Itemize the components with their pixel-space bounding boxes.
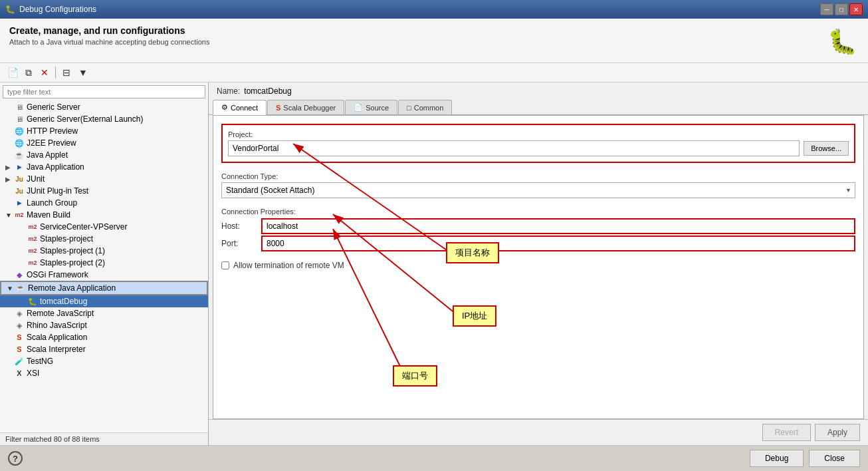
tree-item-junit[interactable]: ▶ Ju JUnit bbox=[0, 173, 208, 185]
checkbox-row: Allow termination of remote VM bbox=[221, 261, 855, 270]
tree-item-staples-2[interactable]: m2 Staples-project (2) bbox=[0, 257, 208, 269]
content-area: 🖥 Generic Server 🖥 Generic Server(Extern… bbox=[0, 82, 868, 445]
item-icon: S bbox=[15, 333, 24, 342]
footer-buttons: Debug Close bbox=[750, 450, 860, 467]
apply-button[interactable]: Apply bbox=[815, 424, 860, 441]
host-input[interactable] bbox=[261, 218, 855, 234]
tree-item-xsi[interactable]: X XSI bbox=[0, 367, 208, 379]
tree-item-launch-group[interactable]: ▶ Launch Group bbox=[0, 197, 208, 209]
filter-dropdown-button[interactable]: ▼ bbox=[75, 66, 91, 79]
close-button[interactable]: Close bbox=[809, 450, 860, 467]
tree-item-scala-interp[interactable]: S Scala Interpreter bbox=[0, 343, 208, 355]
tree-item-remote-java[interactable]: ▼ ☕ Remote Java Application bbox=[0, 281, 208, 295]
tree-item-rhino-js[interactable]: ◈ Rhino JavaScript bbox=[0, 319, 208, 331]
delete-config-button[interactable]: ✕ bbox=[37, 65, 52, 80]
expand-icon: ▼ bbox=[5, 212, 12, 219]
tree-item-label: JUnit Plug-in Test bbox=[27, 186, 88, 196]
tab-source[interactable]: 📄 Source bbox=[345, 100, 397, 114]
tab-scala-debugger[interactable]: S Scala Debugger bbox=[267, 100, 344, 114]
tree-item-label: Staples-project (1) bbox=[40, 246, 105, 255]
tree-item-maven-build[interactable]: ▼ m2 Maven Build bbox=[0, 209, 208, 221]
header-subtitle: Attach to a Java virtual machine accepti… bbox=[9, 38, 209, 46]
item-icon: 🖥 bbox=[15, 114, 24, 124]
item-icon: 🖥 bbox=[15, 102, 24, 112]
item-icon: ▶ bbox=[15, 198, 24, 208]
tree-item-junit-plugin[interactable]: Ju JUnit Plug-in Test bbox=[0, 185, 208, 197]
revert-button[interactable]: Revert bbox=[762, 424, 811, 441]
tree-item-remote-js[interactable]: ◈ Remote JavaScript bbox=[0, 307, 208, 319]
app-icon: 🐛 bbox=[5, 5, 15, 14]
tree-item-http-preview[interactable]: 🌐 HTTP Preview bbox=[0, 125, 208, 137]
item-icon: ◆ bbox=[15, 270, 24, 279]
tree-item-scala-app[interactable]: S Scala Application bbox=[0, 331, 208, 343]
tab-common[interactable]: □ Common bbox=[398, 100, 452, 114]
duplicate-config-button[interactable]: ⧉ bbox=[21, 65, 36, 80]
close-window-button[interactable]: ✕ bbox=[849, 3, 863, 15]
tree-item-label: TestNG bbox=[27, 357, 53, 366]
expand-icon: ▶ bbox=[5, 164, 12, 171]
config-content: Project: Browse... Connection Type: Stan… bbox=[213, 115, 864, 419]
item-icon: 🌐 bbox=[15, 138, 24, 148]
tab-scala-label: Scala Debugger bbox=[283, 104, 336, 112]
collapse-all-button[interactable]: ⊟ bbox=[59, 65, 74, 80]
help-button[interactable]: ? bbox=[8, 451, 23, 466]
new-config-button[interactable]: 📄 bbox=[5, 65, 20, 80]
tree-item-j2ee[interactable]: 🌐 J2EE Preview bbox=[0, 137, 208, 149]
tab-connect[interactable]: ⚙ Connect bbox=[213, 100, 267, 115]
window-title: Debug Configurations bbox=[19, 5, 96, 14]
allow-termination-checkbox[interactable] bbox=[221, 261, 229, 269]
tree-item-staples[interactable]: m2 Staples-project bbox=[0, 233, 208, 245]
project-label: Project: bbox=[228, 130, 849, 138]
tree-item-java-application[interactable]: ▶ ▶ Java Application bbox=[0, 161, 208, 173]
maximize-button[interactable]: □ bbox=[835, 3, 848, 15]
item-icon: 🐛 bbox=[28, 297, 37, 306]
tree-item-label: Scala Interpreter bbox=[27, 345, 86, 354]
connection-props-group: Connection Properties: Host: Port: bbox=[221, 208, 855, 251]
right-panel: Name: tomcatDebug ⚙ Connect S Scala Debu… bbox=[209, 82, 868, 445]
browse-button[interactable]: Browse... bbox=[804, 141, 849, 156]
title-bar-left: 🐛 Debug Configurations bbox=[5, 5, 96, 14]
annotation-ip-address-text: IP地址 bbox=[462, 311, 487, 321]
header-title: Create, manage, and run configurations bbox=[9, 25, 209, 36]
tree-item-label: JUnit bbox=[27, 174, 45, 184]
title-bar-controls: ─ □ ✕ bbox=[820, 3, 863, 15]
item-icon: ☕ bbox=[15, 150, 24, 160]
item-icon: m2 bbox=[15, 210, 24, 220]
item-icon: ☕ bbox=[16, 283, 25, 293]
item-icon: S bbox=[15, 345, 24, 354]
connection-type-select-wrapper: Standard (Socket Attach) Standard (Socke… bbox=[221, 182, 855, 198]
tree-item-label: tomcatDebug bbox=[40, 297, 87, 306]
tree-item-label: J2EE Preview bbox=[27, 138, 76, 148]
toolbar: 📄 ⧉ ✕ ⊟ ▼ bbox=[0, 63, 868, 82]
tree-item-label: Java Applet bbox=[27, 150, 68, 160]
bottom-action-bar: Revert Apply bbox=[209, 419, 868, 445]
tree-item-staples-1[interactable]: m2 Staples-project (1) bbox=[0, 245, 208, 257]
tree-item-testng[interactable]: 🧪 TestNG bbox=[0, 355, 208, 367]
allow-termination-label: Allow termination of remote VM bbox=[233, 261, 344, 270]
header-text: Create, manage, and run configurations A… bbox=[9, 25, 209, 46]
annotation-port: 端口号 bbox=[393, 365, 437, 387]
name-value: tomcatDebug bbox=[244, 86, 291, 96]
port-input[interactable] bbox=[261, 236, 855, 251]
tree-item-label: Staples-project (2) bbox=[40, 258, 105, 267]
minimize-button[interactable]: ─ bbox=[820, 3, 833, 15]
filter-input[interactable] bbox=[3, 85, 205, 98]
tree-item-java-applet[interactable]: ☕ Java Applet bbox=[0, 149, 208, 161]
tree-item-generic-server[interactable]: 🖥 Generic Server bbox=[0, 101, 208, 113]
tree-item-label: Scala Application bbox=[27, 333, 87, 342]
project-input[interactable] bbox=[228, 140, 800, 156]
connection-type-select[interactable]: Standard (Socket Attach) Standard (Socke… bbox=[221, 182, 855, 198]
debug-button[interactable]: Debug bbox=[750, 450, 804, 467]
tree-item-osgi[interactable]: ◆ OSGi Framework bbox=[0, 269, 208, 281]
tree-item-generic-server-ext[interactable]: 🖥 Generic Server(External Launch) bbox=[0, 113, 208, 125]
item-icon: X bbox=[15, 369, 24, 378]
tree-item-servicecenter[interactable]: m2 ServiceCenter-VPServer bbox=[0, 221, 208, 233]
item-icon: 🧪 bbox=[15, 357, 24, 366]
tree-item-tomcat-debug[interactable]: 🐛 tomcatDebug bbox=[0, 295, 208, 307]
tree-item-label: Remote Java Application bbox=[28, 283, 116, 293]
item-icon: ◈ bbox=[15, 309, 24, 318]
tab-connect-label: Connect bbox=[231, 104, 258, 112]
tab-source-label: Source bbox=[366, 104, 389, 112]
tree-item-label: Remote JavaScript bbox=[27, 309, 94, 318]
tree-item-label: Maven Build bbox=[27, 210, 70, 220]
